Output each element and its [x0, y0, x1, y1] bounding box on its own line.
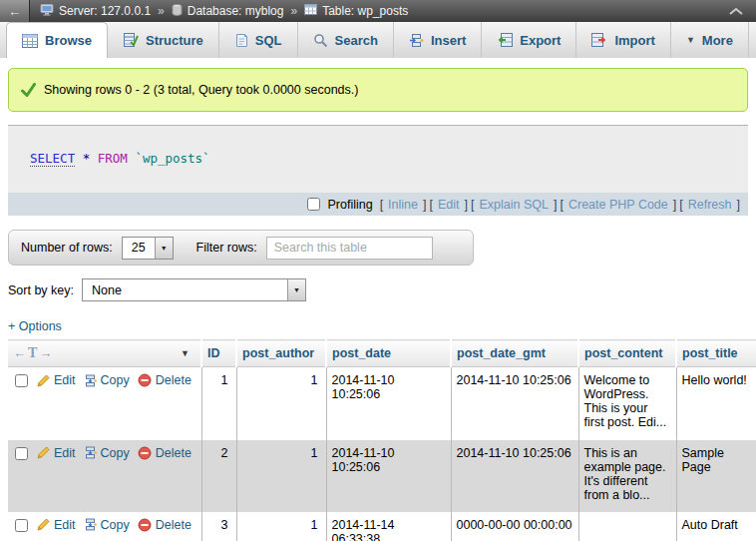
structure-icon: [123, 33, 139, 47]
tab-more[interactable]: ▼ More: [671, 22, 749, 58]
pencil-icon: [37, 518, 50, 531]
bracket: ]: [737, 198, 740, 212]
sort-by-key-select[interactable]: None ▼: [82, 278, 306, 301]
cell-id: 1: [201, 367, 236, 440]
tab-insert[interactable]: Insert: [394, 22, 482, 58]
export-icon: [497, 33, 513, 47]
breadcrumb-bar: ← Server: 127.0.0.1 » Database: myblog »…: [0, 0, 756, 22]
bracket: [: [560, 198, 563, 212]
breadcrumb: Server: 127.0.0.1 » Database: myblog » T…: [40, 4, 408, 19]
breadcrumb-server[interactable]: Server: 127.0.0.1: [40, 4, 151, 19]
row-checkbox[interactable]: [15, 374, 28, 387]
tab-search-label: Search: [335, 33, 378, 48]
filter-rows-label: Filter rows:: [196, 241, 257, 255]
explain-sql-link[interactable]: Explain SQL: [479, 198, 548, 212]
column-header-post-content[interactable]: post_content: [578, 340, 676, 367]
bracket: ]: [423, 198, 426, 212]
column-header-id[interactable]: ID: [201, 340, 236, 367]
sql-query-box: SELECT * FROM `wp_posts`: [8, 126, 748, 193]
tab-sql[interactable]: SQL: [219, 22, 298, 58]
move-left-arrow-icon: ←: [13, 345, 26, 360]
select-dropdown-button: ▼: [287, 279, 305, 300]
row-checkbox[interactable]: [15, 519, 28, 532]
table-row: Edit Copy Delete 2 1 2014-11-10 10:25:06…: [8, 440, 756, 512]
inline-link[interactable]: Inline: [388, 198, 418, 212]
cell-post-author: 1: [236, 440, 326, 512]
tab-insert-label: Insert: [431, 33, 466, 48]
copy-icon: [84, 446, 97, 459]
cell-post-content: This is an example page. It's different …: [578, 440, 676, 512]
success-check-icon: [21, 83, 36, 97]
delete-row-link[interactable]: Delete: [138, 373, 191, 387]
actions-header-cell: ←T→ ▼: [8, 340, 201, 367]
edit-query-link[interactable]: Edit: [438, 198, 460, 212]
cell-id: 2: [201, 440, 236, 512]
cell-post-author: 1: [236, 512, 326, 541]
table-icon: [304, 4, 317, 18]
back-button[interactable]: ←: [0, 0, 30, 22]
breadcrumb-separator: »: [290, 4, 297, 18]
number-of-rows-select[interactable]: 25 ▼: [122, 237, 174, 260]
copy-row-link[interactable]: Copy: [84, 373, 130, 387]
column-header-post-author[interactable]: post_author: [236, 340, 326, 367]
bracket: ]: [554, 198, 557, 212]
tab-search[interactable]: Search: [298, 22, 394, 58]
column-header-post-date[interactable]: post_date: [326, 340, 451, 367]
move-columns-control[interactable]: ←T→: [13, 345, 52, 361]
bracket: ]: [673, 198, 676, 212]
delete-row-link[interactable]: Delete: [138, 446, 191, 460]
header-options-caret-icon[interactable]: ▼: [181, 348, 189, 358]
breadcrumb-database-label: Database: myblog: [188, 4, 284, 18]
caret-down-icon: ▼: [293, 286, 300, 293]
cell-post-date: 2014-11-10 10:25:06: [326, 367, 451, 440]
breadcrumb-database[interactable]: Database: myblog: [172, 4, 284, 19]
server-icon: [40, 4, 54, 19]
column-header-post-title[interactable]: post_title: [676, 340, 756, 367]
sql-star: *: [83, 151, 91, 166]
sql-table-identifier: `wp_posts`: [135, 151, 209, 166]
database-icon: [172, 4, 183, 19]
cell-post-date: 2014-11-14 06:33:38: [326, 512, 451, 541]
tab-export[interactable]: Export: [482, 22, 576, 58]
row-checkbox[interactable]: [15, 447, 28, 460]
bracket: [: [679, 198, 682, 212]
copy-icon: [84, 518, 97, 531]
caret-down-icon: ▼: [161, 245, 168, 252]
delete-row-link[interactable]: Delete: [138, 518, 191, 532]
status-message: Showing rows 0 - 2 (3 total, Query took …: [8, 68, 748, 112]
search-icon: [313, 33, 328, 48]
delete-icon: [138, 518, 152, 532]
column-header-post-date-gmt[interactable]: post_date_gmt: [451, 340, 578, 367]
query-footer: Profiling [ Inline ] [ Edit ] [ Explain …: [8, 193, 748, 216]
bracket: [: [471, 198, 474, 212]
insert-icon: [409, 33, 424, 48]
cell-post-date: 2014-11-10 10:25:06: [326, 440, 451, 512]
profiling-checkbox[interactable]: [307, 198, 320, 211]
row-actions-cell: Edit Copy Delete: [8, 367, 201, 440]
breadcrumb-table[interactable]: Table: wp_posts: [304, 4, 408, 18]
tab-import[interactable]: Import: [576, 22, 670, 58]
tab-structure[interactable]: Structure: [108, 22, 219, 58]
move-tee-icon: T: [28, 345, 37, 360]
edit-row-link[interactable]: Edit: [37, 373, 76, 387]
refresh-link[interactable]: Refresh: [688, 198, 732, 212]
collapse-icon[interactable]: [728, 7, 744, 16]
options-toggle-link[interactable]: + Options: [8, 319, 62, 333]
tab-browse-label: Browse: [45, 33, 92, 48]
tab-browse[interactable]: Browse: [6, 22, 108, 58]
sort-by-key-row: Sort by key: None ▼: [8, 278, 756, 301]
rows-filter-bar: Number of rows: 25 ▼ Filter rows:: [8, 230, 474, 266]
import-icon: [591, 33, 607, 47]
copy-row-link[interactable]: Copy: [84, 446, 130, 460]
edit-row-link[interactable]: Edit: [37, 518, 76, 532]
row-actions-cell: Edit Copy Delete: [8, 440, 201, 512]
cell-post-date-gmt: 2014-11-10 10:25:06: [451, 440, 578, 512]
sort-by-key-value: None: [83, 279, 287, 300]
cell-post-author: 1: [236, 367, 326, 440]
bracket: ]: [465, 198, 468, 212]
filter-rows-input[interactable]: [266, 237, 433, 260]
number-of-rows-value: 25: [123, 238, 155, 259]
create-php-code-link[interactable]: Create PHP Code: [568, 198, 668, 212]
copy-row-link[interactable]: Copy: [84, 518, 130, 532]
edit-row-link[interactable]: Edit: [37, 446, 76, 460]
